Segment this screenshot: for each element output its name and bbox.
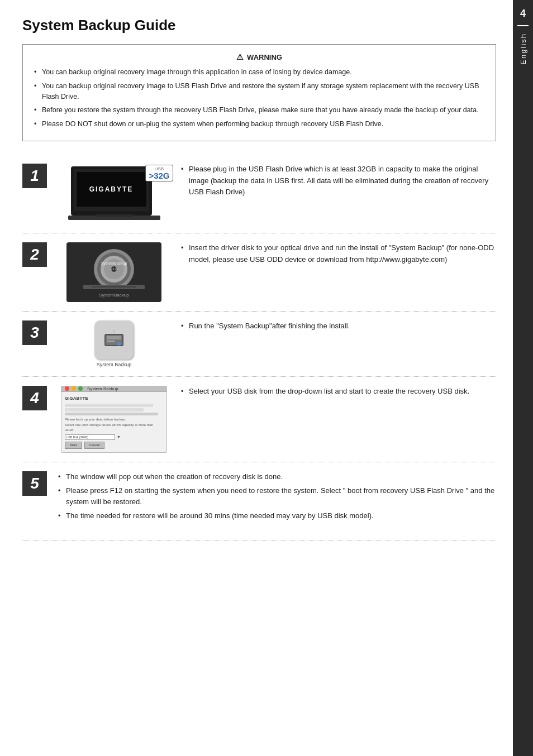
step-2-image-area: SystemBackup v1.0 SystemBackup	[58, 242, 170, 302]
svg-rect-14	[92, 286, 136, 288]
step-3-text: Run the "System Backup"after finishing t…	[181, 320, 496, 334]
step-4-row: 4 System Backup GIGABYTE	[22, 377, 496, 462]
warning-item-1: You can backup original recovery image t…	[33, 67, 486, 78]
warning-list: You can backup original recovery image t…	[33, 67, 486, 130]
tab-page-number: 4	[520, 8, 526, 20]
step-2-img-label: SystemBackup	[99, 293, 129, 298]
step-2-number: 2	[22, 242, 47, 267]
step-4-text-item-1: Select your USB disk from the drop-down …	[181, 386, 496, 398]
step-4-app-title: System Backup	[87, 386, 118, 391]
steps-container: 1 GIGABYTE	[22, 155, 496, 529]
svg-rect-19	[107, 341, 115, 342]
step-5-text-item-1: The window will pop out when the creatio…	[58, 471, 496, 483]
svg-rect-17	[107, 336, 121, 339]
svg-text:SystemBackup: SystemBackup	[101, 261, 127, 266]
step-1-row: 1 GIGABYTE	[22, 155, 496, 233]
main-content: System Backup Guide ⚠ WARNING You can ba…	[0, 0, 513, 756]
warning-header: ⚠ WARNING	[33, 52, 486, 61]
step-3-app-icon: ↑	[94, 320, 134, 360]
step-3-number: 3	[22, 320, 47, 345]
step-3-row: 3 ↑	[22, 312, 496, 377]
warning-title: WARNING	[247, 53, 282, 61]
step-1-number: 1	[22, 164, 47, 188]
step-5-text: The window will pop out when the creatio…	[58, 471, 496, 524]
step-5-text-item-3: The time needed for restore will be arou…	[58, 510, 496, 522]
step-3-text-item-1: Run the "System Backup"after finishing t…	[181, 320, 496, 332]
step-1-image-area: GIGABYTE USB >32G	[58, 164, 170, 224]
step-4-screenshot: System Backup GIGABYTE Please back up yo…	[61, 386, 167, 453]
svg-rect-5	[96, 214, 132, 217]
step-5-row: 5 The window will pop out when the creat…	[22, 462, 496, 529]
step-3-image-area: ↑ System Backup	[58, 320, 170, 367]
warning-item-2: You can backup original recovery image t…	[33, 81, 486, 102]
svg-text:GIGABYTE: GIGABYTE	[89, 185, 133, 193]
step-4-number: 4	[22, 386, 47, 410]
warning-item-4: Please DO NOT shut down or un-plug the s…	[33, 119, 486, 130]
step-4-text: Select your USB disk from the drop-down …	[181, 386, 496, 400]
step-4-app-body: GIGABYTE Please back up your data before…	[61, 392, 166, 453]
step-2-text-item-1: Insert the driver disk to your optical d…	[181, 242, 496, 266]
svg-text:↑: ↑	[113, 329, 116, 334]
step-3-app-label: System Backup	[97, 362, 132, 367]
step-3-icon-svg: ↑	[101, 327, 127, 353]
usb-32g-label: >32G	[149, 171, 169, 180]
step-5-number: 5	[22, 471, 47, 496]
warning-icon: ⚠	[236, 52, 244, 61]
page-title: System Backup Guide	[22, 17, 496, 34]
page-container: System Backup Guide ⚠ WARNING You can ba…	[0, 0, 533, 756]
step-2-text: Insert the driver disk to your optical d…	[181, 242, 496, 268]
bottom-divider	[22, 540, 496, 540]
step-5-text-item-2: Please press F12 on starting the system …	[58, 485, 496, 509]
warning-box: ⚠ WARNING You can backup original recove…	[22, 44, 496, 141]
svg-point-18	[117, 342, 121, 346]
step-2-row: 2 SystemBackup v1.0	[22, 233, 496, 312]
right-tab: 4 English	[513, 0, 533, 756]
step-4-image-area: System Backup GIGABYTE Please back up yo…	[58, 386, 170, 453]
usb-badge: USB >32G	[145, 165, 173, 181]
svg-text:v1.0: v1.0	[111, 267, 117, 271]
step-1-text: Please plug in the USB Flash Drive which…	[181, 164, 496, 200]
step-1-text-item-1: Please plug in the USB Flash Drive which…	[181, 164, 496, 198]
step-2-disk-svg: SystemBackup v1.0	[80, 247, 147, 291]
tab-language-label: English	[519, 33, 527, 65]
warning-item-3: Before you restore the system through th…	[33, 105, 486, 116]
